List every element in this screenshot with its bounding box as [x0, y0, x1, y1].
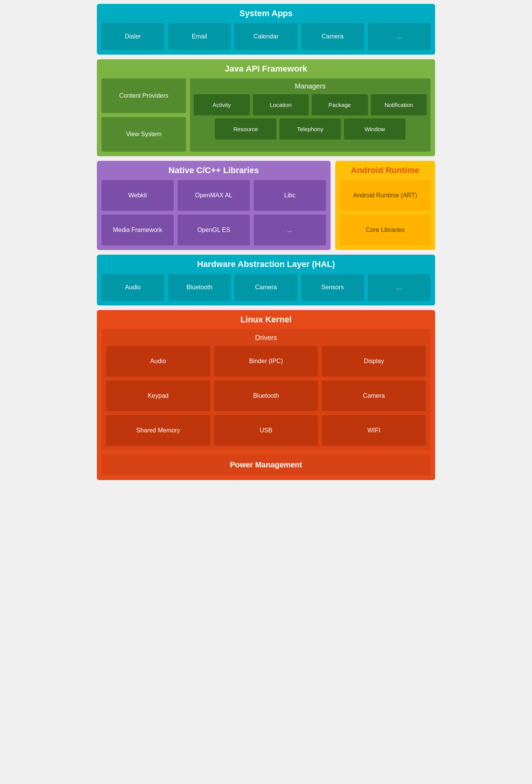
tile-content-providers: Content Providers — [101, 78, 186, 113]
hal-title: Hardware Abstraction Layer (HAL) — [101, 259, 431, 269]
managers-grid-row2: Resource Telephony Window — [194, 118, 427, 140]
java-api-title: Java API Framework — [101, 64, 431, 74]
tile-more: ... — [368, 23, 431, 50]
tile-driver-bluetooth: Bluetooth — [214, 380, 318, 411]
tile-native-more: ... — [254, 215, 326, 245]
tile-libc: Libc — [254, 180, 326, 211]
linux-kernel-title: Linux Kernel — [101, 315, 431, 325]
android-runtime-layer: Android Runtime Android Runtime (ART) Co… — [335, 161, 435, 250]
linux-kernel-layer: Linux Kernel Drivers Audio Binder (IPC) … — [97, 310, 435, 480]
system-apps-tiles: Dialer Email Calendar Camera ... — [101, 23, 431, 50]
tile-driver-display: Display — [322, 346, 426, 377]
tile-telephony: Telephony — [279, 118, 341, 140]
tile-driver-audio: Audio — [106, 346, 210, 377]
tile-calendar: Calendar — [234, 23, 297, 50]
tile-camera: Camera — [301, 23, 364, 50]
native-runtime-row: Native C/C++ Libraries Webkit OpenMAX AL… — [97, 161, 435, 250]
tile-webkit: Webkit — [101, 180, 174, 211]
tile-package: Package — [312, 94, 368, 115]
java-api-layer: Java API Framework Content Providers Vie… — [97, 59, 435, 156]
tile-notification: Notification — [371, 94, 427, 115]
tile-art: Android Runtime (ART) — [340, 180, 431, 211]
tile-activity: Activity — [194, 94, 250, 115]
tile-window: Window — [344, 118, 406, 140]
native-cpp-layer: Native C/C++ Libraries Webkit OpenMAX AL… — [97, 161, 331, 250]
tile-driver-camera: Camera — [322, 380, 426, 411]
tile-hal-bluetooth: Bluetooth — [168, 274, 231, 301]
system-apps-title: System Apps — [101, 8, 431, 18]
power-management: Power Management — [101, 454, 431, 475]
tile-hal-audio: Audio — [101, 274, 164, 301]
tile-driver-shared-memory: Shared Memory — [106, 415, 210, 446]
tile-driver-usb: USB — [214, 415, 318, 446]
native-cpp-grid: Webkit OpenMAX AL Libc Media Framework O… — [101, 180, 326, 245]
tile-openmax: OpenMAX AL — [178, 180, 250, 211]
managers-title: Managers — [194, 82, 427, 90]
drivers-grid: Audio Binder (IPC) Display Keypad Blueto… — [106, 346, 426, 446]
tile-resource: Resource — [215, 118, 276, 140]
tile-core-libraries: Core Libraries — [340, 215, 431, 245]
tile-opengl-es: OpenGL ES — [178, 215, 250, 245]
system-apps-layer: System Apps Dialer Email Calendar Camera… — [97, 4, 435, 55]
hal-layer: Hardware Abstraction Layer (HAL) Audio B… — [97, 255, 435, 305]
java-api-left: Content Providers View System — [101, 78, 186, 152]
tile-view-system: View System — [101, 117, 186, 152]
android-runtime-title: Android Runtime — [340, 165, 431, 175]
tile-driver-wifi: WIFI — [322, 415, 426, 446]
tile-hal-more: ... — [368, 274, 431, 301]
tile-media-framework: Media Framework — [101, 215, 174, 245]
tile-email: Email — [168, 23, 231, 50]
tile-hal-sensors: Sensors — [301, 274, 364, 301]
managers-grid-row1: Activity Location Package Notification — [194, 94, 427, 115]
drivers-section: Drivers Audio Binder (IPC) Display Keypa… — [101, 329, 431, 450]
tile-hal-camera: Camera — [234, 274, 297, 301]
tile-driver-binder: Binder (IPC) — [214, 346, 318, 377]
tile-driver-keypad: Keypad — [106, 380, 210, 411]
java-api-inner: Content Providers View System Managers A… — [101, 78, 431, 152]
native-cpp-title: Native C/C++ Libraries — [101, 165, 326, 175]
hal-tiles: Audio Bluetooth Camera Sensors ... — [101, 274, 431, 301]
tile-dialer: Dialer — [101, 23, 164, 50]
drivers-title: Drivers — [106, 334, 426, 342]
java-api-right: Managers Activity Location Package Notif… — [190, 78, 431, 152]
tile-location: Location — [253, 94, 309, 115]
